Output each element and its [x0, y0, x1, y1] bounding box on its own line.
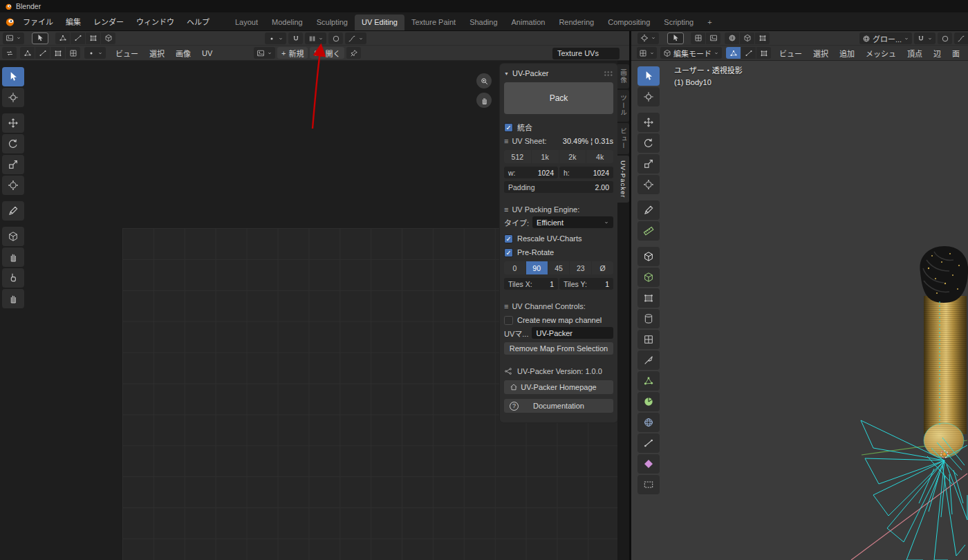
sticky-selection-dropdown[interactable]	[84, 47, 106, 59]
tool-3d-cursor[interactable]	[637, 87, 660, 106]
sidebar-tab-tool[interactable]: ツール	[617, 90, 629, 122]
prerotate-checkbox-row[interactable]: ✓ Pre-Rotate	[504, 245, 613, 259]
size-512-button[interactable]: 512	[504, 150, 531, 163]
overlay-grid-button[interactable]	[691, 32, 705, 44]
vp-active-tool-button[interactable]	[667, 32, 684, 44]
snap-settings-dropdown[interactable]	[305, 32, 326, 44]
rotation-free-button[interactable]: Ø	[592, 261, 613, 274]
panel-header[interactable]: ▼ UV-Packer	[504, 68, 613, 79]
tool-rotate[interactable]	[2, 134, 24, 153]
vp-menu-select[interactable]: 選択	[808, 46, 834, 60]
tool-pinch[interactable]	[2, 289, 24, 308]
pin-image-button[interactable]	[346, 47, 361, 59]
uv-select-face-button[interactable]	[86, 32, 100, 44]
size-1k-button[interactable]: 1k	[532, 150, 559, 163]
tool-annotate[interactable]	[2, 201, 24, 221]
uv-menu-view[interactable]: ビュー	[110, 46, 144, 60]
tool-annotate[interactable]	[637, 200, 660, 220]
tool-bevel[interactable]	[637, 309, 660, 328]
active-tool-button[interactable]	[32, 32, 48, 44]
menu-icon[interactable]: ≡	[504, 302, 508, 310]
pivot-point-dropdown[interactable]	[265, 32, 286, 44]
size-4k-button[interactable]: 4k	[586, 150, 613, 163]
vp-menu-face[interactable]: 面	[947, 46, 965, 60]
remove-map-button[interactable]: Remove Map From Selection	[504, 342, 613, 355]
3d-scene[interactable]	[633, 61, 968, 560]
display-face-button[interactable]	[50, 47, 65, 59]
tool-transform[interactable]	[2, 176, 24, 195]
tool-add-cube[interactable]	[637, 247, 660, 266]
uv-sync-selection-toggle[interactable]	[2, 47, 17, 59]
tool-measure[interactable]	[637, 221, 660, 241]
overlay-image-button[interactable]	[706, 32, 720, 44]
add-workspace-button[interactable]: +	[700, 15, 718, 30]
rescale-checkbox-row[interactable]: ✓ Rescale UV-Charts	[504, 232, 613, 245]
uv-menu-image[interactable]: 画像	[170, 46, 196, 60]
tool-edge-slide[interactable]	[637, 433, 660, 453]
tool-move[interactable]	[2, 113, 24, 133]
vp-editor-type-dropdown[interactable]	[637, 47, 657, 59]
workspace-tab-layout[interactable]: Layout	[228, 15, 265, 30]
shading-sphere-button[interactable]	[725, 32, 739, 44]
checkbox-unchecked[interactable]: ✓	[504, 316, 513, 325]
rotation-0-button[interactable]: 0	[504, 261, 525, 274]
checkbox-checked[interactable]: ✓	[504, 248, 513, 257]
height-field[interactable]: h: 1024	[559, 167, 613, 178]
uv-menu-select[interactable]: 選択	[144, 46, 170, 60]
menu-file[interactable]: ファイル	[17, 12, 59, 30]
workspace-tab-rendering[interactable]: Rendering	[552, 15, 601, 30]
sidebar-tab-uv-packer[interactable]: UV-Packer	[617, 156, 629, 203]
rotation-45-button[interactable]: 45	[548, 261, 570, 274]
menu-render[interactable]: レンダー	[87, 12, 130, 30]
select-mode-face-button[interactable]	[756, 47, 771, 59]
vp-menu-mesh[interactable]: メッシュ	[860, 46, 902, 60]
zoom-gizmo[interactable]	[476, 73, 492, 88]
menu-icon[interactable]: ≡	[504, 137, 508, 145]
shading-cube-button[interactable]	[740, 32, 754, 44]
workspace-tab-compositing[interactable]: Compositing	[601, 15, 657, 30]
tool-transform[interactable]	[637, 175, 660, 194]
rotation-23-button[interactable]: 23	[570, 261, 591, 274]
menu-help[interactable]: ヘルプ	[180, 12, 216, 30]
display-vertex-button[interactable]	[20, 47, 35, 59]
image-name-field[interactable]: Texture UVs	[552, 48, 620, 59]
tool-scale[interactable]	[2, 155, 24, 174]
workspace-tab-animation[interactable]: Animation	[505, 15, 552, 30]
uv-select-vertex-button[interactable]	[55, 32, 70, 44]
drag-dots-icon[interactable]	[604, 71, 613, 77]
tool-scale[interactable]	[637, 154, 660, 174]
tool-tweak-select[interactable]	[2, 67, 24, 86]
tool-extrude-region[interactable]	[637, 268, 660, 287]
proportional-editing-toggle[interactable]	[328, 32, 343, 44]
pan-gizmo[interactable]	[476, 93, 492, 108]
workspace-tab-modeling[interactable]: Modeling	[265, 15, 310, 30]
menu-window[interactable]: ウィンドウ	[130, 12, 180, 30]
app-menu-button[interactable]	[5, 12, 15, 30]
workspace-tab-shading[interactable]: Shading	[463, 15, 504, 30]
workspace-tab-texture-paint[interactable]: Texture Paint	[404, 15, 463, 30]
width-field[interactable]: w: 1024	[504, 167, 558, 178]
vp-falloff-dropdown[interactable]	[954, 32, 968, 44]
select-mode-edge-button[interactable]	[741, 47, 756, 59]
workspace-tab-scripting[interactable]: Scripting	[657, 15, 700, 30]
checkbox-checked[interactable]: ✓	[504, 123, 513, 132]
display-grid-button[interactable]	[66, 47, 80, 59]
workspace-tab-uv-editing[interactable]: UV Editing	[355, 15, 404, 30]
tool-rotate[interactable]	[637, 133, 660, 153]
tool-rip-region[interactable]	[637, 475, 660, 494]
size-2k-button[interactable]: 2k	[559, 150, 586, 163]
tool-poly-build[interactable]	[637, 371, 660, 391]
menu-edit[interactable]: 編集	[59, 12, 87, 30]
tool-tweak[interactable]	[637, 66, 660, 86]
vp-menu-uv[interactable]: UV	[965, 46, 968, 60]
tool-knife[interactable]	[637, 351, 660, 370]
engine-type-dropdown[interactable]: Efficient	[532, 216, 613, 228]
uv-map-field[interactable]: UV-Packer	[532, 327, 613, 339]
transform-orientation-dropdown[interactable]: グロー...	[859, 32, 912, 44]
create-channel-checkbox-row[interactable]: ✓ Create new map channel	[504, 313, 613, 327]
vp-menu-vertex[interactable]: 頂点	[902, 46, 928, 60]
checkbox-checked[interactable]: ✓	[504, 234, 513, 243]
browse-image-dropdown[interactable]	[254, 47, 275, 59]
homepage-button[interactable]: UV-Packer Homepage	[504, 380, 613, 394]
editor-type-dropdown[interactable]	[3, 32, 24, 44]
